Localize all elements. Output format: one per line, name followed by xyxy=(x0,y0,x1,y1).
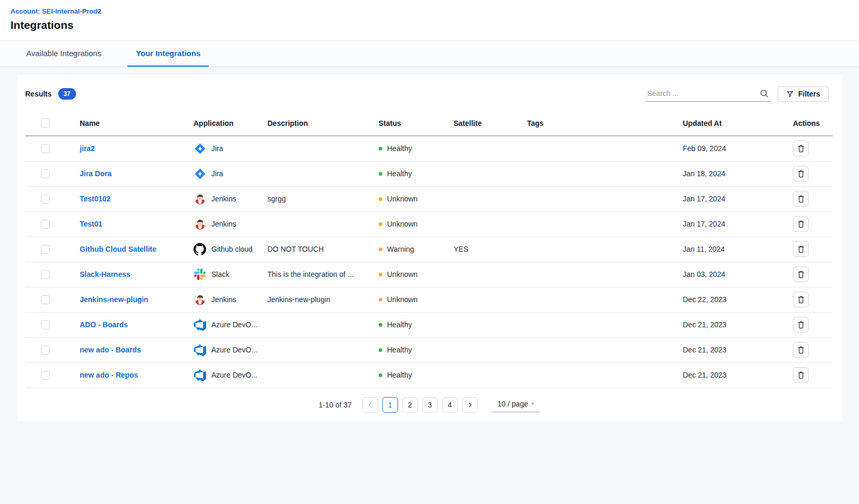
row-checkbox[interactable] xyxy=(41,144,50,153)
row-checkbox[interactable] xyxy=(41,371,50,380)
updated-at-cell: Dec 21, 2023 xyxy=(677,312,787,337)
tags-cell xyxy=(521,136,677,161)
application-label: Slack xyxy=(211,270,229,278)
row-checkbox[interactable] xyxy=(41,245,50,254)
satellite-cell xyxy=(447,362,521,388)
account-breadcrumb-link[interactable]: Account: SEI-Internal-Prod2 xyxy=(10,7,101,15)
satellite-cell xyxy=(447,136,521,161)
description-cell xyxy=(261,312,372,337)
tab-your-integrations[interactable]: Your Integrations xyxy=(127,41,209,67)
status-dot xyxy=(379,197,382,201)
page-button-3[interactable]: 3 xyxy=(422,397,438,413)
trash-icon xyxy=(797,144,805,153)
delete-button[interactable] xyxy=(793,191,809,207)
integration-name-link[interactable]: Slack-Harness xyxy=(80,270,131,278)
table-row: jira2 Jira Healthy Feb 09, 2024 xyxy=(25,136,833,161)
updated-at-cell: Feb 09, 2024 xyxy=(677,136,787,161)
delete-button[interactable] xyxy=(793,367,809,383)
filters-label: Filters xyxy=(798,90,820,98)
chevron-down-icon: ▾ xyxy=(531,400,534,407)
tags-cell xyxy=(521,362,677,388)
page-button-1[interactable]: 1 xyxy=(382,397,398,413)
application-label: Azure DevO... xyxy=(211,320,257,329)
jenkins-icon xyxy=(194,218,206,230)
description-cell: Jenkins-new-plugin xyxy=(261,287,372,312)
updated-at-cell: Jan 18, 2024 xyxy=(677,161,787,186)
status-label: Healthy xyxy=(387,371,412,379)
integration-name-link[interactable]: Test01 xyxy=(80,220,102,228)
column-header-updated-at: Updated At xyxy=(677,111,787,136)
column-header-application: Application xyxy=(187,111,261,136)
delete-button[interactable] xyxy=(793,317,809,333)
tags-cell xyxy=(521,312,677,337)
table-row: Jenkins-new-plugin Jenkins Jenkins-new-p… xyxy=(25,287,833,312)
description-cell xyxy=(261,211,372,237)
status-dot xyxy=(379,147,382,151)
chevron-left-icon xyxy=(367,402,373,408)
column-header-name: Name xyxy=(73,111,187,136)
integration-name-link[interactable]: Jenkins-new-plugin xyxy=(80,295,148,304)
tab-available-integrations[interactable]: Available Integrations xyxy=(25,41,102,67)
updated-at-cell: Dec 22, 2023 xyxy=(677,287,787,312)
page-button-4[interactable]: 4 xyxy=(442,397,458,413)
application-label: Jira xyxy=(211,169,223,178)
status-dot xyxy=(379,273,382,276)
integrations-table: NameApplicationDescriptionStatusSatellit… xyxy=(17,111,842,388)
updated-at-cell: Dec 21, 2023 xyxy=(677,362,787,388)
row-checkbox[interactable] xyxy=(41,195,50,203)
row-checkbox[interactable] xyxy=(41,346,50,355)
trash-icon xyxy=(797,220,805,228)
status-label: Healthy xyxy=(387,144,412,153)
delete-button[interactable] xyxy=(793,141,809,156)
integration-name-link[interactable]: jira2 xyxy=(80,144,95,153)
toolbar: Results 37 Filters xyxy=(17,74,842,102)
delete-button[interactable] xyxy=(793,266,809,282)
column-header-status: Status xyxy=(372,111,447,136)
filters-button[interactable]: Filters xyxy=(778,87,829,102)
slack-icon xyxy=(194,268,206,281)
integration-name-link[interactable]: Test0102 xyxy=(80,195,111,203)
integration-name-link[interactable]: Github Cloud Satellite xyxy=(80,245,156,253)
results-label: Results xyxy=(25,90,52,98)
jenkins-icon xyxy=(194,192,206,205)
integration-name-link[interactable]: Jira Dora xyxy=(80,169,112,178)
row-checkbox[interactable] xyxy=(41,270,50,279)
satellite-cell xyxy=(447,211,521,237)
row-checkbox[interactable] xyxy=(41,320,50,329)
delete-button[interactable] xyxy=(793,342,809,358)
row-checkbox[interactable] xyxy=(41,220,50,229)
select-all-checkbox[interactable] xyxy=(41,119,50,127)
delete-button[interactable] xyxy=(793,166,809,181)
integration-name-link[interactable]: new ado - Boards xyxy=(80,346,141,354)
status-label: Unknown xyxy=(387,295,417,304)
tags-cell xyxy=(521,287,677,312)
table-row: Jira Dora Jira Healthy Jan 18, 2024 xyxy=(25,161,833,186)
trash-icon xyxy=(797,320,805,329)
description-cell: DO NOT TOUCH xyxy=(261,237,372,262)
updated-at-cell: Jan 17, 2024 xyxy=(677,211,787,237)
delete-button[interactable] xyxy=(793,292,809,307)
delete-button[interactable] xyxy=(793,241,809,257)
integration-name-link[interactable]: ADO - Boards xyxy=(80,320,128,329)
row-checkbox[interactable] xyxy=(41,295,50,304)
status-label: Unknown xyxy=(387,270,417,278)
pagination: 1-10 of 37 1234 10 / page ▾ xyxy=(17,397,842,413)
updated-at-cell: Dec 21, 2023 xyxy=(677,337,787,362)
table-row: Github Cloud Satellite Github cloud DO N… xyxy=(25,237,833,262)
delete-button[interactable] xyxy=(793,216,809,232)
row-checkbox[interactable] xyxy=(41,169,50,178)
previous-page-button[interactable] xyxy=(362,397,378,413)
page-size-select[interactable]: 10 / page ▾ xyxy=(491,398,541,412)
status-label: Unknown xyxy=(387,195,417,203)
satellite-cell xyxy=(447,186,521,211)
column-header-satellite: Satellite xyxy=(447,111,521,136)
integration-name-link[interactable]: new ado - Repos xyxy=(80,371,138,379)
status-dot xyxy=(379,373,382,377)
tags-cell xyxy=(521,262,677,287)
tags-cell xyxy=(521,237,677,262)
page-button-2[interactable]: 2 xyxy=(402,397,418,413)
jira-icon xyxy=(194,142,206,155)
updated-at-cell: Jan 17, 2024 xyxy=(677,186,787,211)
next-page-button[interactable] xyxy=(462,397,478,413)
search-input[interactable] xyxy=(646,86,771,102)
